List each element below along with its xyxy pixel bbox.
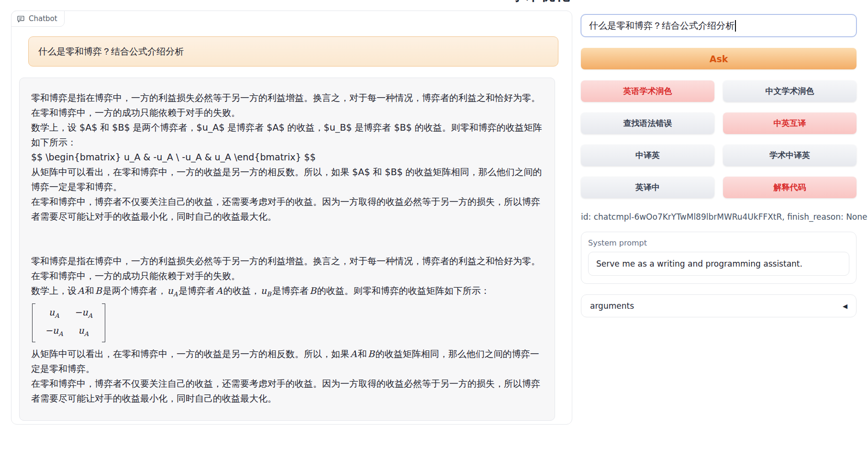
user-message-text: 什么是零和博弈？结合公式介绍分析 — [38, 46, 184, 56]
math-variable: B — [309, 285, 317, 296]
raw-latex-block: 零和博弈是指在博弈中，一方的利益损失必然等于另一方的利益增益。换言之，对于每一种… — [31, 90, 543, 224]
status-line: id: chatcmpl-6wOo7KrYTwMl89lbrMWRu4UkFFX… — [581, 212, 857, 222]
bot-paragraph: 在零和博弈中，一方的成功只能依赖于对手的失败。 — [31, 269, 543, 283]
controls-column: 什么是零和博弈？结合公式介绍分析 Ask 英语学术润色中文学术润色查找语法错误中… — [581, 14, 857, 317]
bot-paragraph: 数学上，设A和B是两个博弈者，uA是博弈者A的收益，uB是博弈者B的收益。则零和… — [31, 283, 543, 302]
system-prompt-group: System prompt Serve me as a writing and … — [581, 232, 857, 284]
text-cursor — [735, 20, 736, 32]
chatbot-label: Chatbot — [11, 11, 65, 27]
app-title: ChatGPT 学术优化 — [433, 0, 570, 3]
ask-button[interactable]: Ask — [581, 48, 857, 69]
math-variable: uA — [78, 325, 90, 336]
chat-bubble-icon — [17, 15, 25, 23]
math-variable: uA — [167, 285, 179, 296]
math-variable: uB — [260, 285, 272, 296]
arguments-accordion-label: arguments — [590, 301, 634, 311]
bot-paragraph: 在零和博弈中，博弈者不仅要关注自己的收益，还需要考虑对手的收益。因为一方取得的收… — [31, 376, 543, 406]
math-variable: A — [77, 285, 85, 296]
math-variable: uA — [48, 307, 60, 317]
system-prompt-input[interactable]: Serve me as a writing and programming as… — [588, 252, 849, 276]
chatbot-label-text: Chatbot — [29, 14, 57, 23]
function-button-5[interactable]: 学术中译英 — [723, 145, 857, 166]
bot-paragraph: 数学上，设 $A$ 和 $B$ 是两个博弈者，$u_A$ 是博弈者 $A$ 的收… — [31, 120, 543, 150]
bot-paragraph: 零和博弈是指在博弈中，一方的利益损失必然等于另一方的利益增益。换言之，对于每一种… — [31, 254, 543, 269]
payoff-matrix: uA−uA−uAuA — [32, 303, 105, 343]
bot-paragraph: 从矩阵中可以看出，在零和博弈中，一方的收益是另一方的相反数。所以，如果A和B的收… — [31, 347, 543, 376]
function-button-7[interactable]: 解释代码 — [723, 177, 857, 198]
chat-messages[interactable]: 什么是零和博弈？结合公式介绍分析 零和博弈是指在博弈中，一方的利益损失必然等于另… — [11, 11, 572, 424]
function-button-4[interactable]: 中译英 — [581, 145, 714, 166]
question-input[interactable]: 什么是零和博弈？结合公式介绍分析 — [581, 14, 857, 37]
function-button-2[interactable]: 查找语法错误 — [581, 112, 714, 134]
system-prompt-label: System prompt — [588, 238, 849, 247]
function-button-1[interactable]: 中文学术润色 — [723, 80, 857, 102]
arguments-accordion[interactable]: arguments ◀ — [581, 294, 857, 317]
function-button-3[interactable]: 中英互译 — [723, 112, 857, 134]
function-button-grid: 英语学术润色中文学术润色查找语法错误中英互译中译英学术中译英英译中解释代码 — [581, 80, 857, 198]
user-message: 什么是零和博弈？结合公式介绍分析 — [28, 36, 558, 67]
math-variable: B — [94, 285, 103, 296]
math-variable: B — [367, 348, 376, 359]
function-button-6[interactable]: 英译中 — [581, 177, 714, 198]
bot-paragraph: 在零和博弈中，博弈者不仅要关注自己的收益，还需要考虑对手的收益。因为一方取得的收… — [31, 194, 543, 224]
math-variable: A — [349, 348, 358, 359]
bot-paragraph: 从矩阵中可以看出，在零和博弈中，一方的收益是另一方的相反数。所以，如果 $A$ … — [31, 165, 543, 194]
bot-paragraph: 在零和博弈中，一方的成功只能依赖于对手的失败。 — [31, 105, 543, 120]
page-title-clipped: ChatGPT 学术优化 — [0, 0, 868, 6]
chatbot-panel: Chatbot 什么是零和博弈？结合公式介绍分析 零和博弈是指在博弈中，一方的利… — [11, 11, 572, 425]
function-button-0[interactable]: 英语学术润色 — [581, 80, 714, 102]
bot-paragraph: 零和博弈是指在博弈中，一方的利益损失必然等于另一方的利益增益。换言之，对于每一种… — [31, 90, 543, 105]
math-variable: −uA — [44, 325, 64, 336]
bot-paragraph: $$ \begin{bmatrix} u_A & -u_A \ -u_A & u… — [31, 150, 543, 165]
rendered-math-block: 零和博弈是指在博弈中，一方的利益损失必然等于另一方的利益增益。换言之，对于每一种… — [31, 254, 543, 406]
bot-message: 零和博弈是指在博弈中，一方的利益损失必然等于另一方的利益增益。换言之，对于每一种… — [19, 78, 555, 421]
bot-paragraph: uA−uA−uAuA — [31, 302, 543, 347]
math-variable: −uA — [74, 307, 94, 317]
math-variable: A — [215, 285, 223, 296]
question-input-value: 什么是零和博弈？结合公式介绍分析 — [589, 20, 734, 32]
accordion-collapse-icon: ◀ — [843, 303, 847, 310]
